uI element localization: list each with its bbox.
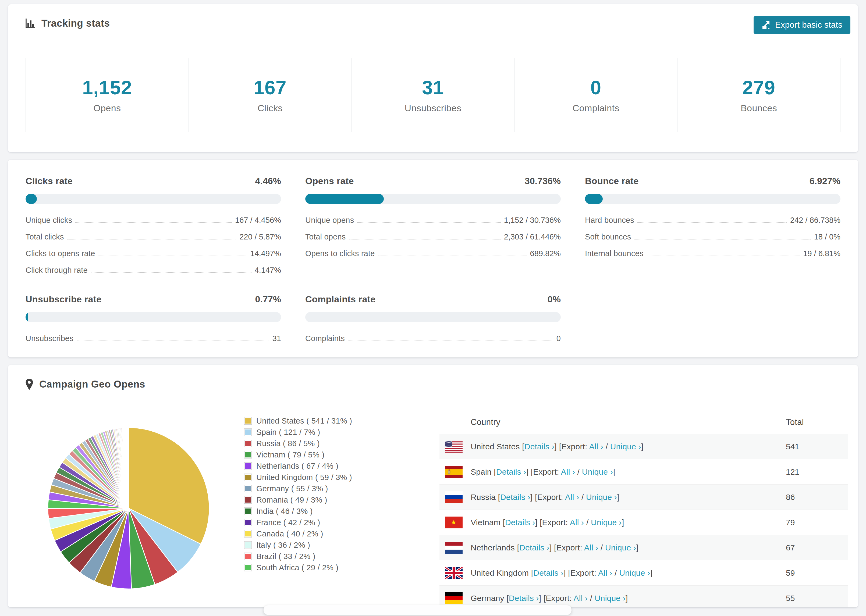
legend-swatch <box>244 530 252 537</box>
export-all-link[interactable]: All › <box>589 442 603 451</box>
stat-label: Complaints <box>573 103 619 113</box>
table-row-us: United States [Details ›] [Export: All ›… <box>439 434 848 459</box>
stat-value: 31 <box>422 77 444 99</box>
rate-detail-row: Total opens2,303 / 61.446% <box>305 233 561 241</box>
export-all-link[interactable]: All › <box>561 467 575 476</box>
legend-swatch <box>244 519 252 526</box>
geo-pie-chart <box>46 426 211 591</box>
rate-head: Complaints rate0% <box>305 294 561 305</box>
export-all-link[interactable]: All › <box>570 518 584 527</box>
geo-header: Campaign Geo Opens <box>8 365 858 402</box>
legend-item-united-kingdom[interactable]: United Kingdom ( 59 / 3% ) <box>244 472 352 483</box>
rate-detail-row: Hard bounces242 / 86.738% <box>585 216 841 225</box>
dotted-leader <box>67 239 236 239</box>
export-all-link[interactable]: All › <box>584 543 598 552</box>
rate-rows: Hard bounces242 / 86.738%Soft bounces18 … <box>585 216 841 258</box>
horizontal-scrollbar-thumb[interactable] <box>264 605 572 615</box>
legend-label: India ( 46 / 3% ) <box>256 507 313 516</box>
legend-item-vietnam[interactable]: Vietnam ( 79 / 5% ) <box>244 449 352 460</box>
table-row-nl: Netherlands [Details ›] [Export: All › /… <box>439 535 848 560</box>
pie-slice[interactable] <box>128 427 129 508</box>
flag-icon-nl <box>445 542 463 554</box>
rate-title: Clicks rate <box>25 176 72 186</box>
tracking-stats-header: Tracking stats Export basic stats <box>8 4 858 41</box>
column-header-total: Total <box>786 417 848 427</box>
dotted-leader <box>357 222 501 223</box>
rate-detail-value: 4.147% <box>255 266 281 275</box>
rate-detail-value: 242 / 86.738% <box>790 216 841 225</box>
details-link[interactable]: Details › <box>519 543 550 552</box>
rate-rows: Unique clicks167 / 4.456%Total clicks220… <box>25 216 281 275</box>
dashboard-page: Tracking stats Export basic stats 1,152O… <box>0 0 866 616</box>
legend-item-south-africa[interactable]: South Africa ( 29 / 2% ) <box>244 562 352 573</box>
legend-item-italy[interactable]: Italy ( 36 / 2% ) <box>244 539 352 551</box>
legend-item-germany[interactable]: Germany ( 55 / 3% ) <box>244 483 352 494</box>
legend-swatch <box>244 508 252 515</box>
rate-title: Complaints rate <box>305 294 375 305</box>
details-link[interactable]: Details › <box>496 467 526 476</box>
rate-title: Opens rate <box>305 176 354 186</box>
export-all-link[interactable]: All › <box>565 493 579 501</box>
details-link[interactable]: Details › <box>509 594 539 603</box>
rate-rows: Unique opens1,152 / 30.736%Total opens2,… <box>305 216 561 258</box>
legend-item-canada[interactable]: Canada ( 40 / 2% ) <box>244 528 352 539</box>
export-unique-link[interactable]: Unique › <box>586 493 617 501</box>
progress-bar-track <box>305 194 561 204</box>
legend-swatch <box>244 553 252 560</box>
stat-cell-bounces: 279Bounces <box>677 58 840 132</box>
table-row-de: Germany [Details ›] [Export: All › / Uni… <box>439 586 848 607</box>
export-unique-link[interactable]: Unique › <box>591 518 622 527</box>
tracking-stats-card: Tracking stats Export basic stats 1,152O… <box>8 4 858 152</box>
rate-detail-label: Total clicks <box>25 233 64 241</box>
details-link[interactable]: Details › <box>505 518 535 527</box>
details-link[interactable]: Details › <box>524 442 554 451</box>
progress-bar-fill <box>305 194 384 204</box>
rate-head: Bounce rate6.927% <box>585 176 841 186</box>
details-link[interactable]: Details › <box>533 569 564 577</box>
export-unique-link[interactable]: Unique › <box>605 543 636 552</box>
country-cell: United Kingdom [Details ›] [Export: All … <box>471 569 786 578</box>
rate-detail-value: 2,303 / 61.446% <box>504 233 561 241</box>
legend-label: Italy ( 36 / 2% ) <box>256 541 310 550</box>
flag-icon-de <box>445 592 463 604</box>
legend-item-france[interactable]: France ( 42 / 2% ) <box>244 517 352 528</box>
stat-strip: 1,152Opens167Clicks31Unsubscribes0Compla… <box>25 58 841 132</box>
table-row-vn: Vietnam [Details ›] [Export: All › / Uni… <box>439 510 848 535</box>
rate-value: 4.46% <box>255 176 281 186</box>
rate-detail-label: Unsubscribes <box>25 334 73 343</box>
dotted-leader <box>378 256 527 256</box>
flag-icon-vn <box>445 517 463 528</box>
legend-item-brazil[interactable]: Brazil ( 33 / 2% ) <box>244 551 352 562</box>
progress-bar-fill <box>585 194 603 204</box>
export-unique-link[interactable]: Unique › <box>619 569 650 577</box>
rate-detail-value: 19 / 6.81% <box>803 249 841 258</box>
legend-label: Germany ( 55 / 3% ) <box>256 484 328 493</box>
export-unique-link[interactable]: Unique › <box>610 442 641 451</box>
rate-detail-label: Opens to clicks rate <box>305 249 375 258</box>
export-all-link[interactable]: All › <box>574 594 588 603</box>
legend-label: Vietnam ( 79 / 5% ) <box>256 451 324 459</box>
table-row-gb: United Kingdom [Details ›] [Export: All … <box>439 560 848 586</box>
legend-label: Canada ( 40 / 2% ) <box>256 530 323 538</box>
legend-item-russia[interactable]: Russia ( 86 / 5% ) <box>244 438 352 449</box>
export-unique-link[interactable]: Unique › <box>582 467 613 476</box>
export-all-link[interactable]: All › <box>598 569 612 577</box>
rate-detail-value: 167 / 4.456% <box>235 216 281 225</box>
export-unique-link[interactable]: Unique › <box>595 594 625 603</box>
legend-item-netherlands[interactable]: Netherlands ( 67 / 4% ) <box>244 460 352 472</box>
legend-item-romania[interactable]: Romania ( 49 / 3% ) <box>244 494 352 506</box>
geo-legend: United States ( 541 / 31% )Spain ( 121 /… <box>244 415 352 573</box>
details-link[interactable]: Details › <box>500 493 531 501</box>
legend-swatch <box>244 541 252 549</box>
legend-item-united-states[interactable]: United States ( 541 / 31% ) <box>244 415 352 426</box>
legend-item-india[interactable]: India ( 46 / 3% ) <box>244 506 352 517</box>
total-cell: 86 <box>786 493 848 502</box>
legend-swatch <box>244 496 252 504</box>
legend-item-spain[interactable]: Spain ( 121 / 7% ) <box>244 426 352 438</box>
geo-table-rows: United States [Details ›] [Export: All ›… <box>439 434 848 607</box>
stat-label: Unsubscribes <box>405 103 461 113</box>
legend-label: Russia ( 86 / 5% ) <box>256 439 320 448</box>
export-basic-stats-button[interactable]: Export basic stats <box>754 16 850 34</box>
progress-bar-fill <box>25 312 28 322</box>
rate-block-unsubscribe-rate: Unsubscribe rate0.77%Unsubscribes31 <box>25 294 281 343</box>
